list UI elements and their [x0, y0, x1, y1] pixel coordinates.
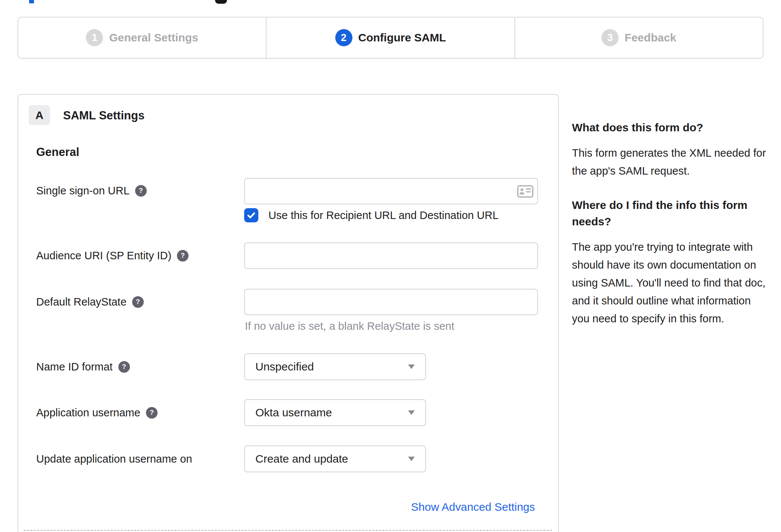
step-label: Configure SAML — [358, 31, 446, 44]
step-configure-saml[interactable]: 2 Configure SAML — [266, 17, 515, 59]
chevron-down-icon — [408, 410, 415, 415]
audience-uri-label: Audience URI (SP Entity ID) ? — [36, 248, 189, 263]
select-value: Unspecified — [255, 360, 314, 373]
single-sign-on-url-label: Single sign-on URL ? — [36, 184, 147, 198]
recipient-destination-checkbox-row[interactable]: Use this for Recipient URL and Destinati… — [244, 208, 498, 222]
section-dashed-divider — [24, 530, 552, 531]
help-sidebar: What does this form do? This form genera… — [572, 119, 766, 345]
select-value: Create and update — [255, 453, 348, 465]
help-icon[interactable]: ? — [135, 185, 147, 197]
help-icon[interactable]: ? — [118, 361, 130, 373]
step-general-settings[interactable]: 1 General Settings — [18, 17, 267, 59]
cutoff-header-fragment-blue — [29, 0, 34, 3]
step-label: General Settings — [109, 31, 198, 44]
name-id-format-label: Name ID format ? — [36, 360, 130, 374]
help-icon[interactable]: ? — [146, 407, 158, 419]
name-id-format-select[interactable]: Unspecified — [244, 353, 426, 380]
section-a-badge: A — [29, 105, 50, 125]
update-application-username-select[interactable]: Create and update — [244, 445, 426, 472]
single-sign-on-url-input[interactable] — [244, 178, 538, 204]
step-label: Feedback — [625, 31, 676, 44]
help-body-where: The app you're trying to integrate with … — [572, 238, 766, 328]
show-advanced-settings-link[interactable]: Show Advanced Settings — [411, 501, 535, 513]
help-heading-where: Where do I find the info this form needs… — [572, 197, 766, 230]
application-username-select[interactable]: Okta username — [244, 399, 426, 426]
cutoff-header-icon-fragment — [215, 0, 227, 4]
default-relaystate-input[interactable] — [244, 289, 538, 315]
step-number-badge: 2 — [335, 29, 352, 46]
chevron-down-icon — [408, 457, 415, 461]
saml-settings-panel: A SAML Settings General Single sign-on U… — [18, 94, 559, 532]
default-relaystate-label: Default RelayState ? — [36, 295, 144, 309]
step-feedback[interactable]: 3 Feedback — [514, 17, 763, 59]
update-application-username-label: Update application username on — [36, 452, 192, 466]
step-number-badge: 3 — [601, 29, 619, 46]
relaystate-hint: If no value is set, a blank RelayState i… — [245, 320, 454, 332]
help-heading-what: What does this form do? — [572, 119, 766, 136]
group-title-general: General — [36, 145, 79, 159]
application-username-label: Application username ? — [36, 406, 158, 420]
help-body-what: This form generates the XML needed for t… — [572, 144, 766, 180]
chevron-down-icon — [408, 364, 415, 369]
wizard-stepper: 1 General Settings 2 Configure SAML 3 Fe… — [18, 17, 763, 59]
checkbox-label: Use this for Recipient URL and Destinati… — [268, 209, 498, 222]
select-value: Okta username — [255, 406, 332, 419]
section-title: SAML Settings — [63, 109, 144, 122]
checkbox-checked-icon[interactable] — [244, 208, 258, 222]
help-icon[interactable]: ? — [177, 250, 189, 262]
step-number-badge: 1 — [86, 29, 103, 46]
audience-uri-input[interactable] — [244, 242, 538, 269]
help-icon[interactable]: ? — [132, 296, 144, 308]
